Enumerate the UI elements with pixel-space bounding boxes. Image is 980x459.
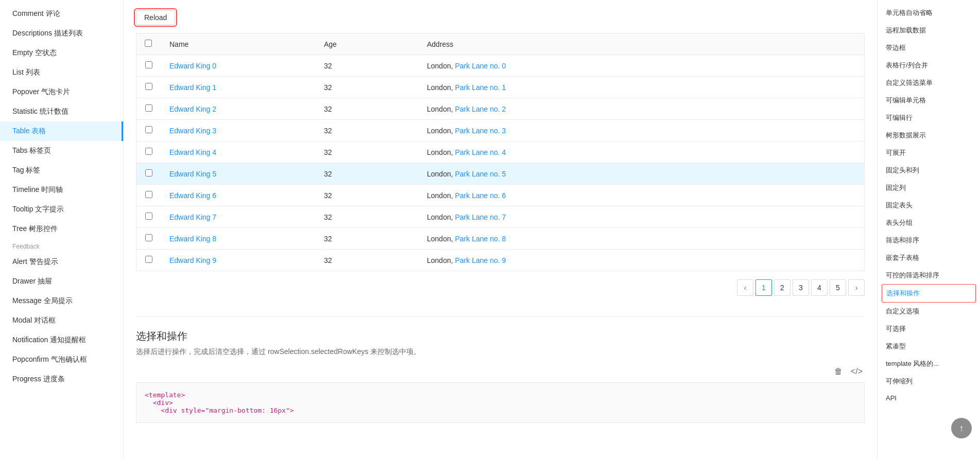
right-panel-item-tree-data[interactable]: 树形数据展示 bbox=[878, 127, 980, 144]
page-button-1[interactable]: 1 bbox=[755, 279, 772, 296]
row-address-link-3[interactable]: Park Lane no. 3 bbox=[455, 127, 506, 135]
row-checkbox-cell bbox=[136, 185, 161, 206]
sidebar-item-timeline[interactable]: Timeline 时间轴 bbox=[0, 180, 123, 200]
row-age-6: 32 bbox=[316, 185, 419, 206]
sidebar-item-tag[interactable]: Tag 标签 bbox=[0, 161, 123, 180]
row-age-2: 32 bbox=[316, 98, 419, 120]
data-table: Name Age Address Edward King 0 32 London… bbox=[136, 33, 865, 271]
sidebar-item-notification[interactable]: Notification 通知提醒框 bbox=[0, 330, 123, 350]
sidebar-item-statistic[interactable]: Statistic 统计数值 bbox=[0, 102, 123, 121]
pagination-next[interactable]: › bbox=[848, 279, 865, 296]
row-name-link-3[interactable]: Edward King 3 bbox=[169, 127, 216, 135]
row-checkbox-6[interactable] bbox=[145, 191, 152, 198]
row-age-8: 32 bbox=[316, 228, 419, 250]
code-button[interactable]: </> bbox=[849, 365, 865, 378]
right-panel-item-fixed-header[interactable]: 固定表头 bbox=[878, 197, 980, 214]
feedback-section-label: Feedback bbox=[0, 239, 123, 252]
right-panel-item-template-style[interactable]: template 风格的... bbox=[878, 355, 980, 373]
row-address-link-1[interactable]: Park Lane no. 1 bbox=[455, 83, 506, 92]
row-name-link-7[interactable]: Edward King 7 bbox=[169, 213, 216, 221]
row-name-link-2[interactable]: Edward King 2 bbox=[169, 105, 216, 113]
pagination-prev[interactable]: ‹ bbox=[737, 279, 753, 296]
left-sidebar: Comment 评论Descriptions 描述列表Empty 空状态List… bbox=[0, 0, 124, 459]
sidebar-item-message[interactable]: Message 全局提示 bbox=[0, 291, 123, 311]
row-checkbox-9[interactable] bbox=[145, 256, 152, 263]
row-name-5: Edward King 5 bbox=[161, 163, 316, 185]
row-address-8: London, Park Lane no. 8 bbox=[419, 228, 864, 250]
row-name-link-0[interactable]: Edward King 0 bbox=[169, 62, 216, 70]
row-address-link-9[interactable]: Park Lane no. 9 bbox=[455, 256, 506, 264]
sidebar-item-tree[interactable]: Tree 树形控件 bbox=[0, 219, 123, 239]
row-age-9: 32 bbox=[316, 250, 419, 271]
row-checkbox-8[interactable] bbox=[145, 234, 152, 241]
row-address-link-6[interactable]: Park Lane no. 6 bbox=[455, 191, 506, 200]
right-panel-item-merge[interactable]: 表格行/列合并 bbox=[878, 57, 980, 74]
right-panel-item-col-group[interactable]: 表头分组 bbox=[878, 214, 980, 232]
row-name-link-1[interactable]: Edward King 1 bbox=[169, 83, 216, 92]
sidebar-item-descriptions[interactable]: Descriptions 描述列表 bbox=[0, 24, 123, 43]
row-checkbox-cell bbox=[136, 120, 161, 142]
right-panel-item-custom-select[interactable]: 自定义选项 bbox=[878, 303, 980, 320]
row-address-3: London, Park Lane no. 3 bbox=[419, 120, 864, 142]
row-checkbox-3[interactable] bbox=[145, 126, 152, 133]
sidebar-item-alert[interactable]: Alert 警告提示 bbox=[0, 252, 123, 272]
sidebar-item-empty[interactable]: Empty 空状态 bbox=[0, 43, 123, 63]
row-name-6: Edward King 6 bbox=[161, 185, 316, 206]
sidebar-item-popover[interactable]: Popover 气泡卡片 bbox=[0, 82, 123, 102]
row-age-3: 32 bbox=[316, 120, 419, 142]
copy-button[interactable]: 🗑 bbox=[832, 365, 845, 378]
right-panel-item-border[interactable]: 带边框 bbox=[878, 39, 980, 57]
sidebar-item-list[interactable]: List 列表 bbox=[0, 63, 123, 82]
right-panel-item-selectable[interactable]: 可选择 bbox=[878, 320, 980, 338]
reload-button[interactable]: Reload bbox=[136, 10, 175, 25]
row-address-link-4[interactable]: Park Lane no. 4 bbox=[455, 148, 506, 156]
row-address-9: London, Park Lane no. 9 bbox=[419, 250, 864, 271]
row-address-link-0[interactable]: Park Lane no. 0 bbox=[455, 62, 506, 70]
sidebar-item-progress[interactable]: Progress 进度条 bbox=[0, 369, 123, 389]
right-panel-item-controllable-filter[interactable]: 可控的筛选和排序 bbox=[878, 267, 980, 284]
right-panel-item-remote-load[interactable]: 远程加载数据 bbox=[878, 22, 980, 39]
row-name-link-9[interactable]: Edward King 9 bbox=[169, 256, 216, 264]
row-name-link-5[interactable]: Edward King 5 bbox=[169, 170, 216, 178]
row-checkbox-7[interactable] bbox=[145, 213, 152, 220]
row-name-link-4[interactable]: Edward King 4 bbox=[169, 148, 216, 156]
page-button-3[interactable]: 3 bbox=[793, 279, 809, 296]
right-panel-item-api[interactable]: API bbox=[878, 390, 980, 406]
row-address-link-5[interactable]: Park Lane no. 5 bbox=[455, 170, 506, 178]
right-panel-item-nested-table[interactable]: 嵌套子表格 bbox=[878, 249, 980, 267]
right-panel-item-editable-row[interactable]: 可编辑行 bbox=[878, 109, 980, 127]
select-all-checkbox[interactable] bbox=[145, 40, 152, 47]
row-checkbox-4[interactable] bbox=[145, 148, 152, 155]
sidebar-item-table[interactable]: Table 表格 bbox=[0, 121, 123, 141]
row-checkbox-0[interactable] bbox=[145, 61, 152, 68]
right-panel-item-filter-sort[interactable]: 筛选和排序 bbox=[878, 232, 980, 249]
page-button-4[interactable]: 4 bbox=[811, 279, 828, 296]
row-address-link-8[interactable]: Park Lane no. 8 bbox=[455, 235, 506, 243]
page-button-2[interactable]: 2 bbox=[774, 279, 790, 296]
scroll-to-top-button[interactable]: ↑ bbox=[951, 418, 972, 438]
right-panel-item-editable-cell[interactable]: 可编辑单元格 bbox=[878, 92, 980, 109]
row-checkbox-5[interactable] bbox=[145, 169, 152, 176]
row-address-link-7[interactable]: Park Lane no. 7 bbox=[455, 213, 506, 221]
row-checkbox-1[interactable] bbox=[145, 83, 152, 90]
right-panel-item-stretchable[interactable]: 可伸缩列 bbox=[878, 373, 980, 390]
sidebar-item-modal[interactable]: Modal 对话框 bbox=[0, 311, 123, 330]
sidebar-item-tabs[interactable]: Tabs 标签页 bbox=[0, 141, 123, 161]
right-panel-item-expand[interactable]: 可展开 bbox=[878, 144, 980, 162]
sidebar-item-comment[interactable]: Comment 评论 bbox=[0, 4, 123, 24]
sidebar-item-drawer[interactable]: Drawer 抽屉 bbox=[0, 272, 123, 291]
right-panel-item-fixed-header-col[interactable]: 固定头和列 bbox=[878, 162, 980, 179]
table-row: Edward King 0 32 London, Park Lane no. 0 bbox=[136, 55, 864, 77]
row-address-link-2[interactable]: Park Lane no. 2 bbox=[455, 105, 506, 113]
row-name-link-6[interactable]: Edward King 6 bbox=[169, 191, 216, 200]
right-panel-item-compact[interactable]: 紧凑型 bbox=[878, 338, 980, 355]
right-panel-item-custom-filter[interactable]: 自定义筛选菜单 bbox=[878, 74, 980, 92]
sidebar-item-popconfirm[interactable]: Popconfirm 气泡确认框 bbox=[0, 350, 123, 369]
row-name-link-8[interactable]: Edward King 8 bbox=[169, 235, 216, 243]
right-panel-item-select-operate[interactable]: 选择和操作 bbox=[882, 284, 976, 303]
sidebar-item-tooltip[interactable]: Tooltip 文字提示 bbox=[0, 200, 123, 219]
right-panel-item-cell-omit[interactable]: 单元格自动省略 bbox=[878, 4, 980, 22]
right-panel-item-fixed-col[interactable]: 固定列 bbox=[878, 179, 980, 197]
row-checkbox-2[interactable] bbox=[145, 104, 152, 112]
page-button-5[interactable]: 5 bbox=[830, 279, 846, 296]
